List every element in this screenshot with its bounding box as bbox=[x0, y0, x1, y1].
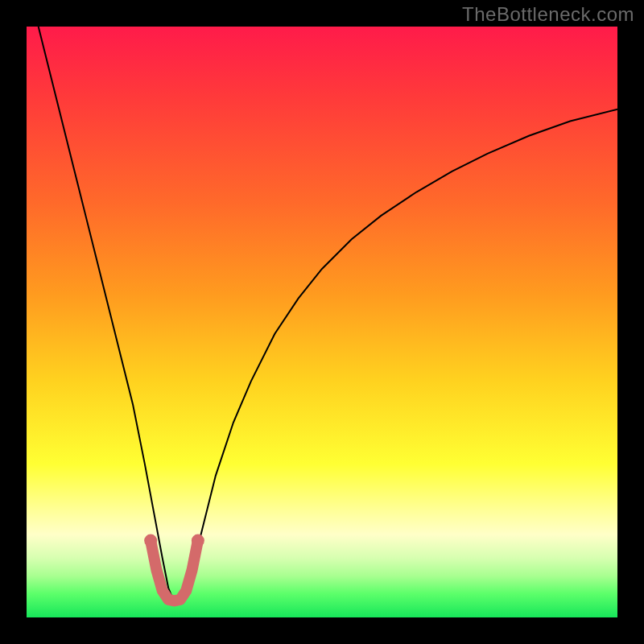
watermark-text: TheBottleneck.com bbox=[462, 3, 634, 26]
trough-end-dot bbox=[192, 535, 204, 547]
trough-end-dot bbox=[144, 535, 157, 547]
bottleneck-chart bbox=[0, 0, 644, 644]
plot-background bbox=[27, 27, 617, 617]
chart-frame: TheBottleneck.com bbox=[0, 0, 644, 644]
